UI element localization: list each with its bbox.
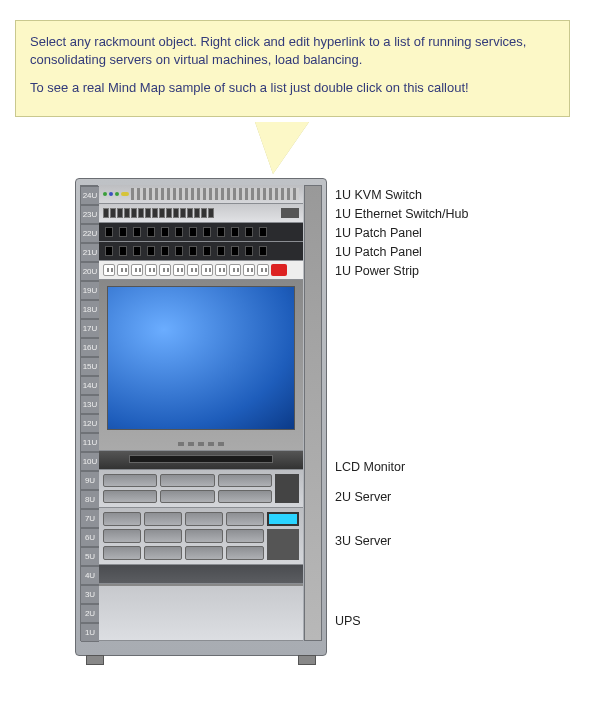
u-label: 4U bbox=[81, 566, 99, 585]
device-patch-panel[interactable] bbox=[99, 223, 303, 242]
u-label: 13U bbox=[81, 395, 99, 414]
label-kvm: 1U KVM Switch bbox=[335, 188, 422, 202]
label-ups: UPS bbox=[335, 614, 361, 628]
u-label: 10U bbox=[81, 452, 99, 471]
u-label: 5U bbox=[81, 547, 99, 566]
device-2u-server[interactable] bbox=[99, 470, 303, 508]
device-patch-panel[interactable] bbox=[99, 242, 303, 261]
u-label: 7U bbox=[81, 509, 99, 528]
device-ups[interactable] bbox=[99, 584, 303, 641]
label-eth: 1U Ethernet Switch/Hub bbox=[335, 207, 468, 221]
u-label: 17U bbox=[81, 319, 99, 338]
device-3u-server[interactable] bbox=[99, 508, 303, 565]
rack-rail-right bbox=[304, 185, 322, 641]
u-label: 20U bbox=[81, 262, 99, 281]
u-label: 3U bbox=[81, 585, 99, 604]
callout-box[interactable]: Select any rackmount object. Right click… bbox=[15, 20, 570, 117]
label-patch2: 1U Patch Panel bbox=[335, 245, 422, 259]
callout-tail bbox=[255, 122, 309, 174]
u-label: 9U bbox=[81, 471, 99, 490]
u-label: 2U bbox=[81, 604, 99, 623]
u-label: 15U bbox=[81, 357, 99, 376]
u-label: 11U bbox=[81, 433, 99, 452]
u-label: 18U bbox=[81, 300, 99, 319]
device-ethernet-switch[interactable] bbox=[99, 204, 303, 223]
label-3u: 3U Server bbox=[335, 534, 391, 548]
rack-rail-left: 24U 23U 22U 21U 20U 19U 18U 17U 16U 15U … bbox=[80, 185, 98, 641]
label-power: 1U Power Strip bbox=[335, 264, 419, 278]
u-label: 21U bbox=[81, 243, 99, 262]
rack-slots bbox=[99, 185, 303, 641]
device-lcd-monitor[interactable] bbox=[99, 280, 303, 451]
u-label: 14U bbox=[81, 376, 99, 395]
rack-foot bbox=[86, 655, 104, 665]
device-power-strip[interactable] bbox=[99, 261, 303, 280]
rack-foot bbox=[298, 655, 316, 665]
u-label: 6U bbox=[81, 528, 99, 547]
u-label: 19U bbox=[81, 281, 99, 300]
label-patch1: 1U Patch Panel bbox=[335, 226, 422, 240]
diagram-stage: 24U 23U 22U 21U 20U 19U 18U 17U 16U 15U … bbox=[75, 178, 545, 656]
u-label: 12U bbox=[81, 414, 99, 433]
u-label: 22U bbox=[81, 224, 99, 243]
u-label: 24U bbox=[81, 186, 99, 205]
label-lcd: LCD Monitor bbox=[335, 460, 405, 474]
device-lcd-tray[interactable] bbox=[99, 451, 303, 470]
device-kvm-switch[interactable] bbox=[99, 185, 303, 204]
u-label: 1U bbox=[81, 623, 99, 642]
callout-text-2: To see a real Mind Map sample of such a … bbox=[30, 79, 555, 97]
rack: 24U 23U 22U 21U 20U 19U 18U 17U 16U 15U … bbox=[75, 178, 327, 656]
u-label: 16U bbox=[81, 338, 99, 357]
empty-slot bbox=[99, 565, 303, 584]
label-2u: 2U Server bbox=[335, 490, 391, 504]
u-label: 23U bbox=[81, 205, 99, 224]
u-label: 8U bbox=[81, 490, 99, 509]
callout-text-1: Select any rackmount object. Right click… bbox=[30, 33, 555, 69]
